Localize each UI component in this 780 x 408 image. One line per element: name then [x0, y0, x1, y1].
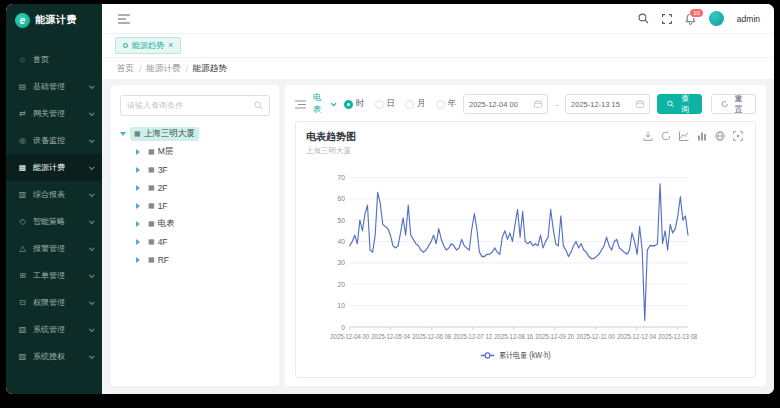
tree-node-child-2[interactable]: ▦3F	[120, 161, 270, 179]
tree-node-child-4[interactable]: ▦1F	[120, 197, 270, 215]
system-icon: ▧	[18, 325, 27, 334]
tree-node-child-7[interactable]: ▦RF	[120, 251, 270, 269]
base-mgmt-icon: ▤	[18, 82, 27, 91]
caret-collapsed-icon[interactable]	[136, 149, 140, 155]
chart-toolbox	[643, 131, 743, 141]
date-to-value: 2025-12-13 15	[571, 100, 620, 109]
trend-chart-card: 电表趋势图 上海三明大厦 01020304050607020	[295, 121, 756, 378]
caret-collapsed-icon[interactable]	[136, 167, 140, 173]
sidebar-item-label: 智能策略	[33, 216, 65, 227]
radio-dot-icon	[375, 100, 384, 109]
tree-node-label[interactable]: ▦2F	[144, 182, 172, 194]
sidebar-item-11[interactable]: ▧系统管理	[6, 316, 102, 343]
period-radio-时[interactable]: 时	[344, 98, 365, 110]
sidebar-item-9[interactable]: ⊞工单管理	[6, 262, 102, 289]
sidebar-item-label: 报警管理	[33, 243, 65, 254]
period-radio-label: 月	[417, 98, 426, 110]
radio-dot-icon	[405, 100, 414, 109]
x-axis-label: 2025-12-04 00	[330, 333, 369, 340]
tab-energy-trend[interactable]: 能源趋势 ×	[115, 37, 181, 54]
line-chart-switch-icon[interactable]	[679, 131, 689, 141]
save-image-icon[interactable]	[643, 131, 653, 141]
radio-dot-icon	[344, 100, 353, 109]
chevron-down-icon	[89, 137, 95, 143]
top-header: 10 admin	[102, 4, 774, 34]
building-icon: ▦	[148, 166, 155, 174]
bar-chart-switch-icon[interactable]	[697, 131, 707, 141]
tree-node-child-3[interactable]: ▦2F	[120, 179, 270, 197]
logo-icon: e	[15, 13, 30, 28]
notification-bell-icon[interactable]: 10	[685, 13, 696, 25]
tree-node-label[interactable]: ▦4F	[144, 236, 172, 248]
device-tree-panel: ▦上海三明大厦▦M层▦3F▦2F▦1F▦电表▦4F▦RF	[111, 85, 279, 386]
meter-type-select[interactable]: 电表	[313, 92, 335, 116]
breadcrumb-item-2[interactable]: 能源计费	[146, 63, 180, 75]
caret-collapsed-icon[interactable]	[136, 203, 140, 209]
caret-collapsed-icon[interactable]	[136, 185, 140, 191]
sidebar-item-7[interactable]: ◇智能策略	[6, 208, 102, 235]
sidebar-item-1[interactable]: ⌂首页	[6, 46, 102, 73]
sidebar-item-12[interactable]: ▨系统授权	[6, 343, 102, 370]
tree-node-root[interactable]: ▦上海三明大厦	[120, 125, 270, 143]
menu-fold-icon[interactable]	[118, 14, 130, 24]
period-radio-日[interactable]: 日	[375, 98, 396, 110]
query-button[interactable]: 查询	[657, 94, 702, 114]
query-button-label: 查询	[678, 93, 693, 115]
date-to-input[interactable]: 2025-12-13 15	[565, 94, 650, 114]
alarm-icon: △	[18, 244, 27, 253]
caret-collapsed-icon[interactable]	[136, 221, 140, 227]
x-axis-label: 2025-12-05 04	[371, 333, 410, 340]
chevron-down-icon	[89, 164, 95, 170]
tree-node-label[interactable]: ▦M层	[144, 145, 177, 159]
y-axis-label: 20	[338, 280, 345, 289]
breadcrumb-item-1[interactable]: 首页	[117, 63, 134, 75]
reset-button[interactable]: 重置	[711, 94, 756, 114]
chart-panel: 电表 时日月年 2025-12-04 00 - 2025-12-13 15	[285, 85, 766, 386]
avatar[interactable]	[709, 11, 724, 26]
sidebar-item-6[interactable]: ▥综合报表	[6, 181, 102, 208]
breadcrumb-separator: /	[185, 64, 187, 74]
tree-node-label[interactable]: ▦1F	[144, 200, 172, 212]
search-icon[interactable]	[638, 13, 649, 24]
data-zoom-icon[interactable]	[733, 131, 743, 141]
collapse-tree-icon[interactable]	[295, 100, 306, 109]
app-logo: e 能源计费	[6, 4, 102, 36]
sidebar-item-5[interactable]: ▦能源计费	[6, 154, 102, 181]
date-from-input[interactable]: 2025-12-04 00	[463, 94, 548, 114]
legend-item[interactable]: 累计电量 (kW·h)	[481, 351, 551, 361]
fullscreen-icon[interactable]	[662, 14, 672, 24]
tree-node-label[interactable]: ▦3F	[144, 164, 172, 176]
sidebar-item-3[interactable]: ⇄网关管理	[6, 100, 102, 127]
tree-search-input[interactable]	[127, 101, 250, 110]
restore-icon[interactable]	[661, 131, 671, 141]
period-radio-月[interactable]: 月	[405, 98, 426, 110]
sidebar-item-10[interactable]: ⊡权限管理	[6, 289, 102, 316]
period-radio-年[interactable]: 年	[436, 98, 457, 110]
breadcrumb-item-3: 能源趋势	[193, 63, 227, 75]
data-view-icon[interactable]	[715, 131, 725, 141]
caret-expanded-icon[interactable]	[120, 132, 126, 136]
tree-node-label[interactable]: ▦上海三明大厦	[130, 127, 199, 141]
period-radio-group: 时日月年	[344, 98, 456, 110]
tree-search-icon[interactable]	[254, 101, 263, 110]
caret-collapsed-icon[interactable]	[136, 257, 140, 263]
building-icon: ▦	[134, 130, 141, 138]
username[interactable]: admin	[737, 14, 760, 24]
period-radio-label: 时	[356, 98, 365, 110]
period-radio-label: 日	[387, 98, 396, 110]
sidebar-item-4[interactable]: ◎设备监控	[6, 127, 102, 154]
sidebar-item-label: 系统管理	[33, 324, 65, 335]
tab-close-icon[interactable]: ×	[168, 41, 173, 50]
sidebar-item-label: 首页	[33, 54, 49, 65]
tree-node-child-5[interactable]: ▦电表	[120, 215, 270, 233]
content-area: ▦上海三明大厦▦M层▦3F▦2F▦1F▦电表▦4F▦RF 电表 时日月年	[102, 79, 774, 394]
caret-collapsed-icon[interactable]	[136, 239, 140, 245]
tree-node-child-6[interactable]: ▦4F	[120, 233, 270, 251]
tree-node-child-1[interactable]: ▦M层	[120, 143, 270, 161]
sidebar-item-2[interactable]: ▤基础管理	[6, 73, 102, 100]
y-axis-label: 0	[341, 323, 345, 332]
tree-node-label[interactable]: ▦RF	[144, 254, 173, 266]
chart-plot-area: 0102030405060702025-12-04 002025-12-05 0…	[306, 158, 745, 373]
sidebar-item-8[interactable]: △报警管理	[6, 235, 102, 262]
tree-node-label[interactable]: ▦电表	[144, 217, 179, 231]
